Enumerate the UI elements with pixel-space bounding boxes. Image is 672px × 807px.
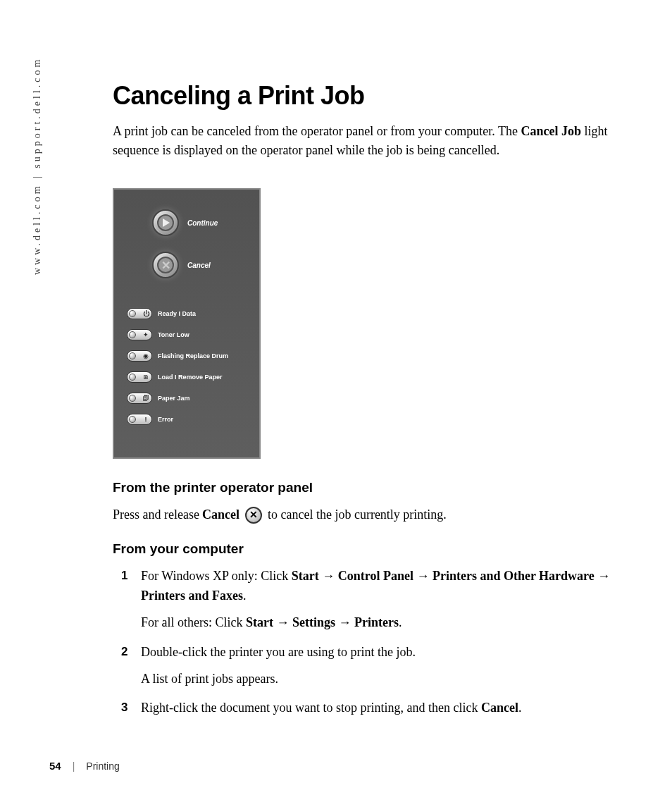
panel-light-label: Toner Low [158,331,189,338]
s1-post: to cancel the job currently printing. [268,505,447,524]
footer-separator: | [73,760,75,772]
page-number: 54 [49,760,61,772]
drum-icon: ◉ [142,352,150,360]
pill-error: ! [127,414,152,425]
s1-pre: Press and release [113,505,199,524]
cancel-button-icon: ✕ [152,252,179,278]
step3-bold: Cancel [481,701,518,715]
step-2: Double-click the printer you are using t… [113,643,620,689]
panel-cancel-row: ✕ Cancel [152,252,247,278]
step2-line2: A list of print jobs appears. [141,670,620,689]
step1-line2-path: Start → Settings → Printers [246,615,399,629]
intro-bold: Cancel Job [521,124,581,138]
panel-light-label: Paper Jam [158,395,190,402]
step-1: For Windows XP only: Click Start → Contr… [113,567,620,633]
section1-para: Press and release Cancel ✕ to cancel the… [113,505,620,524]
step3-pre: Right-click the document you want to sto… [141,701,481,715]
page-title: Canceling a Print Job [113,81,620,111]
panel-cancel-label: Cancel [187,261,211,269]
panel-continue-row: Continue [152,209,247,236]
play-icon [157,214,174,231]
pill-toner: ✦ [127,329,152,340]
panel-light-label: Flashing Replace Drum [158,352,228,359]
panel-light-jam: 🗐 Paper Jam [127,393,247,404]
footer-section: Printing [86,760,119,772]
page-footer: 54 | Printing [49,760,120,772]
jam-icon: 🗐 [142,394,150,402]
pill-jam: 🗐 [127,393,152,404]
panel-continue-label: Continue [187,219,218,227]
operator-panel-figure: Continue ✕ Cancel ⏻ Ready I Data ✦ Toner… [113,188,261,459]
intro-paragraph: A print job can be canceled from the ope… [113,122,620,160]
panel-light-label: Load I Remove Paper [158,374,223,381]
pill-drum: ◉ [127,350,152,362]
section1-title: From the printer operator panel [113,480,620,495]
panel-light-label: Error [158,416,173,423]
panel-light-error: ! Error [127,414,247,425]
power-icon: ⏻ [142,309,150,318]
section2-title: From your computer [113,541,620,557]
intro-pre: A print job can be canceled from the ope… [113,124,521,138]
step3-post: . [518,701,522,715]
step2-line1: Double-click the printer you are using t… [141,645,416,659]
step1-line1-pre: For Windows XP only: Click [141,569,292,583]
step1-line2-pre: For all others: Click [141,615,246,629]
paper-icon: 🗎 [142,373,150,381]
steps-list: For Windows XP only: Click Start → Contr… [113,567,620,718]
x-icon: ✕ [157,257,174,273]
error-icon: ! [142,415,150,424]
panel-light-ready: ⏻ Ready I Data [127,308,247,319]
sidebar-url: www.dell.com | support.dell.com [32,57,43,275]
step-3: Right-click the document you want to sto… [113,698,620,718]
pill-paper: 🗎 [127,371,152,383]
inline-cancel-icon: ✕ [245,507,262,524]
panel-light-label: Ready I Data [158,310,196,317]
panel-light-drum: ◉ Flashing Replace Drum [127,350,247,362]
pill-ready: ⏻ [127,308,152,319]
s1-bold: Cancel [202,505,239,524]
step1-line2-post: . [399,615,402,629]
toner-icon: ✦ [142,331,150,339]
page-content: Canceling a Print Job A print job can be… [113,81,620,728]
panel-light-paper: 🗎 Load I Remove Paper [127,371,247,383]
panel-light-toner: ✦ Toner Low [127,329,247,340]
continue-button-icon [152,209,179,236]
step1-line1-post: . [243,589,247,603]
